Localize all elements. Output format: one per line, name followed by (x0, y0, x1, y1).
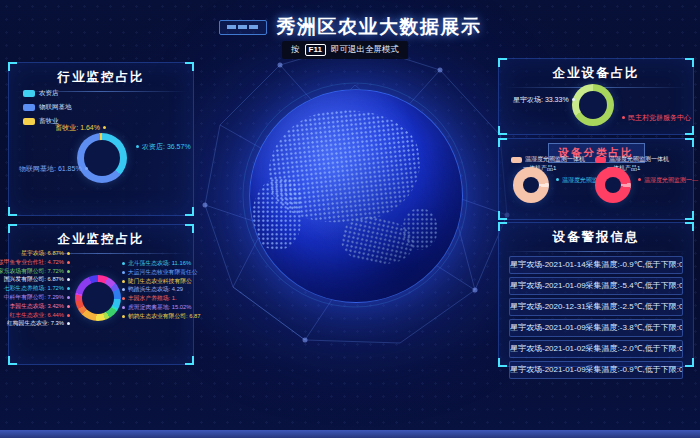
hint-suffix: 即可退出全屏模式 (331, 44, 399, 56)
corner-bracket (685, 138, 694, 147)
legend-label: 物联网基地 (39, 103, 72, 112)
alarm-list: 星宇农场-2021-01-14采集温度:-0.9℃,低于下限:0℃ 星宇农场-2… (499, 256, 693, 379)
alarm-row: 星宇农场-2020-12-31采集温度:-2.5℃,低于下限:0℃ (509, 298, 683, 316)
donut-hole (82, 282, 114, 314)
corner-bracket (8, 207, 17, 216)
footer-bar (0, 430, 700, 438)
enterprise-share-label: 国兴发有限公司: 6.87% (4, 277, 73, 283)
enterprise-share-label: 七彩生态养殖场: 1.72% (4, 286, 73, 292)
equipment-donut-chart[interactable] (572, 84, 614, 126)
f11-keycap: F11 (305, 44, 326, 56)
enterprise-share-label: 鹌鹑生态农业有限公司: 6.87 (119, 314, 200, 320)
alarm-row: 星宇农场-2021-01-02采集温度:-2.0℃,低于下限:0℃ (509, 340, 683, 358)
panel-device-classification: 设备分类占比 温湿度光照监测一体机 一体机产品1 温湿度光照监测一— 温湿度光照… (498, 138, 694, 220)
corner-bracket (685, 211, 694, 220)
corner-bracket (8, 356, 17, 365)
legend-item[interactable]: 温湿度光照监测一体机 (511, 155, 585, 164)
alarm-row: 星宇农场-2021-01-09采集温度:-5.4℃,低于下限:0℃ (509, 277, 683, 295)
enterprise-share-label: 大运河生态牧业有限责任公 (119, 270, 198, 276)
enterprise-share-label: 红梅园生态农业: 7.3% (7, 321, 73, 327)
callout-label: 物联网基地: 61.85% (19, 164, 91, 174)
legend-swatch (511, 157, 522, 163)
earth-globe (249, 89, 463, 303)
legend-item[interactable]: 物联网基地 (23, 103, 72, 112)
legend-swatch (23, 90, 35, 97)
legend-label: 温湿度光照监测一体机 (525, 155, 585, 164)
panel-title: 企业监控占比 (9, 231, 193, 248)
enterprise-share-label: 北斗荡生态农场: 11.16% (119, 261, 191, 267)
panel-enterprise-monitor: 企业监控占比 星宇农场: 6.87% 石臼漾甲鱼专业合作社: 4.72% 家乐农… (8, 224, 194, 365)
corner-bracket (498, 138, 507, 147)
enterprise-share-label: 中科年有限公司: 7.29% (4, 295, 73, 301)
classification-donut-left[interactable] (513, 167, 549, 203)
corner-bracket (185, 224, 194, 233)
enterprise-share-label: 星宇农场: 6.87% (21, 251, 73, 257)
legend-swatch (595, 157, 606, 163)
legend-label: 温湿度光照监测一体机 (609, 155, 669, 164)
header: 秀洲区农业大数据展示 (0, 14, 700, 40)
corner-bracket (498, 126, 507, 135)
corner-bracket (685, 126, 694, 135)
enterprise-labels-right: 北斗荡生态农场: 11.16% 大运河生态牧业有限责任公 陡门生态农业科技有限公… (119, 261, 200, 320)
alarm-row: 星宇农场-2021-01-09采集温度:-0.9℃,低于下限:0℃ (509, 361, 683, 379)
corner-bracket (498, 358, 507, 367)
legend-label: 农资店 (39, 89, 59, 98)
enterprise-share-label: 红丰生态农业: 6.44% (10, 313, 73, 319)
industry-legend: 农资店 物联网基地 畜牧业 (23, 89, 72, 126)
brand-logo (219, 20, 267, 35)
enterprise-labels-left: 星宇农场: 6.87% 石臼漾甲鱼专业合作社: 4.72% 家乐农场有限公司: … (9, 251, 73, 327)
corner-bracket (685, 58, 694, 67)
fullscreen-hint: 按 F11 即可退出全屏模式 (282, 41, 408, 59)
corner-bracket (8, 62, 17, 71)
callout-label: 星宇农场: 33.33% (513, 95, 578, 105)
legend-swatch (23, 118, 35, 125)
corner-bracket (185, 62, 194, 71)
panel-equipment-ratio: 企业设备占比 星宇农场: 33.33% 民主村党群服务中心 (498, 58, 694, 135)
industry-donut-chart[interactable] (77, 133, 127, 183)
enterprise-share-label: 家乐农场有限公司: 7.72% (0, 269, 73, 275)
classification-donut-right[interactable] (595, 167, 631, 203)
enterprise-share-label: 李园生态农场: 3.42% (10, 304, 73, 310)
callout-label: 温湿度光照监测一— (635, 176, 698, 185)
corner-bracket (185, 207, 194, 216)
hint-prefix: 按 (291, 44, 300, 56)
enterprise-donut-chart[interactable] (75, 275, 121, 321)
legend-item[interactable]: 农资店 (23, 89, 72, 98)
corner-bracket (498, 211, 507, 220)
dashboard: 秀洲区农业大数据展示 按 F11 即可退出全屏模式 行业监控占比 农资店 物联网… (0, 0, 700, 438)
corner-bracket (498, 58, 507, 67)
panel-title: 设备警报信息 (499, 229, 693, 246)
legend-swatch (23, 104, 35, 111)
panel-title: 行业监控占比 (9, 69, 193, 86)
callout-label: 农资店: 36.57% (133, 142, 191, 152)
callout-label: 畜牧业: 1.64% (55, 123, 109, 133)
corner-bracket (685, 358, 694, 367)
donut-hole (579, 91, 607, 119)
enterprise-share-label: 陡门生态农业科技有限公 (119, 279, 192, 285)
enterprise-share-label: 丰园水产养殖场: 1. (119, 296, 177, 302)
globe-sheen (250, 90, 462, 302)
alarm-row: 星宇农场-2021-01-09采集温度:-3.8℃,低于下限:0℃ (509, 319, 683, 337)
panel-industry-monitor: 行业监控占比 农资店 物联网基地 畜牧业 (8, 62, 194, 216)
divider (505, 251, 687, 252)
alarm-row: 星宇农场-2021-01-14采集温度:-0.9℃,低于下限:0℃ (509, 256, 683, 274)
donut-hole (605, 177, 621, 193)
panel-device-alarms: 设备警报信息 星宇农场-2021-01-14采集温度:-0.9℃,低于下限:0℃… (498, 222, 694, 367)
callout-label: 民主村党群服务中心 (619, 113, 691, 123)
enterprise-share-label: 鸭踏浜生态农场: 4.29 (119, 287, 183, 293)
donut-hole (523, 177, 539, 193)
page-title: 秀洲区农业大数据展示 (277, 14, 482, 40)
corner-bracket (8, 224, 17, 233)
panel-title: 企业设备占比 (499, 65, 693, 82)
corner-bracket (498, 222, 507, 231)
enterprise-share-label: 虎斑淀肉禽基地: 15.02% (119, 305, 191, 311)
corner-bracket (185, 356, 194, 365)
legend-item[interactable]: 温湿度光照监测一体机 (595, 155, 669, 164)
enterprise-share-label: 石臼漾甲鱼专业合作社: 4.72% (0, 260, 73, 266)
corner-bracket (685, 222, 694, 231)
